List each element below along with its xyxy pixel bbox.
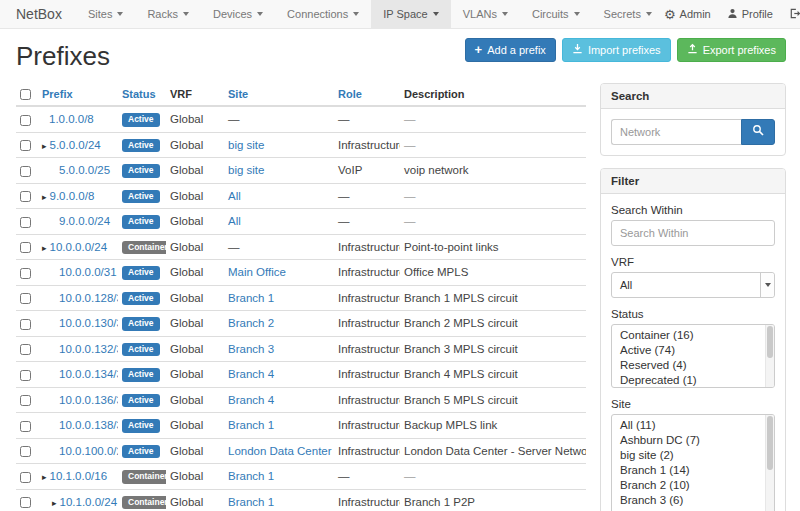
nav-item-circuits[interactable]: Circuits <box>520 0 592 28</box>
site-link[interactable]: Branch 4 <box>228 394 274 406</box>
column-header-status[interactable]: Status <box>118 83 166 107</box>
row-checkbox[interactable] <box>20 472 31 483</box>
listbox-option[interactable]: Branch 1 (14) <box>612 463 774 478</box>
prefix-link[interactable]: 10.0.0.130/31 <box>59 317 118 329</box>
search-panel: Search <box>600 83 786 156</box>
add-prefix-button[interactable]: + Add a prefix <box>465 38 556 62</box>
prefix-link[interactable]: 9.0.0.0/24 <box>59 215 110 227</box>
nav-item-devices[interactable]: Devices <box>201 0 275 28</box>
column-header-site[interactable]: Site <box>224 83 334 107</box>
nav-item-ip-space[interactable]: IP Space <box>371 0 450 28</box>
filter-listbox-site[interactable]: All (11)Ashburn DC (7)big site (2)Branch… <box>611 414 775 511</box>
brand[interactable]: NetBox <box>0 0 76 28</box>
row-checkbox[interactable] <box>20 395 31 406</box>
prefix-link[interactable]: 10.0.0.0/24 <box>50 241 108 253</box>
prefix-link[interactable]: 9.0.0.0/8 <box>50 190 95 202</box>
listbox-option[interactable]: Deprecated (1) <box>612 373 774 388</box>
row-checkbox[interactable] <box>20 446 31 457</box>
row-checkbox[interactable] <box>20 293 31 304</box>
filter-input-search-within[interactable] <box>611 220 775 246</box>
prefix-link[interactable]: 10.0.0.0/31 <box>59 266 117 278</box>
import-prefixes-button[interactable]: Import prefixes <box>562 38 671 62</box>
search-input[interactable] <box>611 119 741 145</box>
scrollbar[interactable] <box>765 415 774 511</box>
site-link[interactable]: Branch 2 <box>228 317 274 329</box>
site-link[interactable]: Branch 1 <box>228 292 274 304</box>
prefix-link[interactable]: 10.0.100.0/24 <box>59 445 118 457</box>
nav-item-racks[interactable]: Racks <box>135 0 201 28</box>
row-checkbox[interactable] <box>20 217 31 228</box>
description-cell: Branch 1 MPLS circuit <box>400 285 586 311</box>
status-badge: Active <box>122 343 160 357</box>
listbox-option[interactable]: big site (2) <box>612 448 774 463</box>
row-checkbox[interactable] <box>20 242 31 253</box>
nav-item-admin[interactable]: ⚙ Admin <box>664 8 711 21</box>
site-cell: Branch 1 <box>224 464 334 490</box>
nav-item-label: Circuits <box>532 8 569 20</box>
row-checkbox[interactable] <box>20 191 31 202</box>
prefix-link[interactable]: 5.0.0.0/25 <box>59 164 110 176</box>
nav-item-connections[interactable]: Connections <box>275 0 371 28</box>
row-checkbox[interactable] <box>20 497 31 508</box>
prefix-link[interactable]: 10.0.0.132/31 <box>59 343 118 355</box>
site-link[interactable]: big site <box>228 139 264 151</box>
site-link[interactable]: Branch 3 <box>228 343 274 355</box>
listbox-option[interactable]: Active (74) <box>612 343 774 358</box>
prefix-link[interactable]: 10.0.0.136/31 <box>59 394 118 406</box>
scrollbar-thumb[interactable] <box>767 416 773 470</box>
site-link[interactable]: Branch 1 <box>228 496 274 508</box>
nav-item-profile[interactable]: Profile <box>727 8 773 21</box>
row-checkbox[interactable] <box>20 268 31 279</box>
row-select-cell <box>16 387 38 413</box>
site-link[interactable]: All <box>228 215 241 227</box>
prefix-link[interactable]: 10.1.0.0/16 <box>50 470 108 482</box>
listbox-option[interactable]: Branch 3 (6) <box>612 493 774 508</box>
search-button[interactable] <box>741 119 775 145</box>
scrollbar[interactable] <box>765 325 774 387</box>
row-checkbox[interactable] <box>20 344 31 355</box>
row-checkbox[interactable] <box>20 140 31 151</box>
row-checkbox[interactable] <box>20 115 31 126</box>
row-checkbox[interactable] <box>20 319 31 330</box>
site-link[interactable]: All <box>228 190 241 202</box>
nav-item-secrets[interactable]: Secrets <box>592 0 664 28</box>
column-header-prefix[interactable]: Prefix <box>38 83 118 107</box>
vrf-cell: Global <box>166 336 224 362</box>
select-all-checkbox[interactable] <box>20 89 31 100</box>
prefix-link[interactable]: 10.0.0.138/31 <box>59 419 118 431</box>
listbox-option[interactable]: Branch 4 (12) <box>612 508 774 511</box>
nav-item-sites[interactable]: Sites <box>76 0 135 28</box>
site-link[interactable]: Branch 1 <box>228 419 274 431</box>
site-cell: Branch 4 <box>224 387 334 413</box>
prefix-link[interactable]: 10.0.0.134/31 <box>59 368 118 380</box>
plus-icon: + <box>475 45 483 55</box>
prefix-link[interactable]: 1.0.0.0/8 <box>49 113 94 125</box>
listbox-option[interactable]: Branch 2 (10) <box>612 478 774 493</box>
listbox-option[interactable]: Ashburn DC (7) <box>612 433 774 448</box>
site-link[interactable]: Main Office <box>228 266 286 278</box>
site-link[interactable]: Branch 1 <box>228 470 274 482</box>
listbox-option[interactable]: All (11) <box>612 418 774 433</box>
prefix-link[interactable]: 5.0.0.0/24 <box>50 139 101 151</box>
filter-select-vrf[interactable]: All <box>611 272 775 298</box>
listbox-option[interactable]: Container (16) <box>612 328 774 343</box>
nav-item-vlans[interactable]: VLANs <box>451 0 520 28</box>
site-link[interactable]: big site <box>228 164 264 176</box>
nav-item-logout[interactable]: Log out <box>789 8 800 21</box>
row-checkbox[interactable] <box>20 370 31 381</box>
site-link[interactable]: London Data Center <box>228 445 332 457</box>
site-link[interactable]: Branch 4 <box>228 368 274 380</box>
listbox-option[interactable]: Reserved (4) <box>612 358 774 373</box>
prefix-link[interactable]: 10.1.0.0/24 <box>60 496 118 508</box>
scrollbar-thumb[interactable] <box>767 326 773 358</box>
description-cell: Branch 3 MPLS circuit <box>400 336 586 362</box>
filter-listbox-status[interactable]: Container (16)Active (74)Reserved (4)Dep… <box>611 324 775 388</box>
row-checkbox[interactable] <box>20 166 31 177</box>
column-header-role[interactable]: Role <box>334 83 400 107</box>
row-select-cell <box>16 106 38 132</box>
export-prefixes-button[interactable]: Export prefixes <box>677 38 786 62</box>
prefix-link[interactable]: 10.0.0.128/31 <box>59 292 118 304</box>
filter-panel-heading: Filter <box>601 169 785 194</box>
row-checkbox[interactable] <box>20 421 31 432</box>
prefix-cell: 1.0.0.0/8 <box>38 106 118 132</box>
